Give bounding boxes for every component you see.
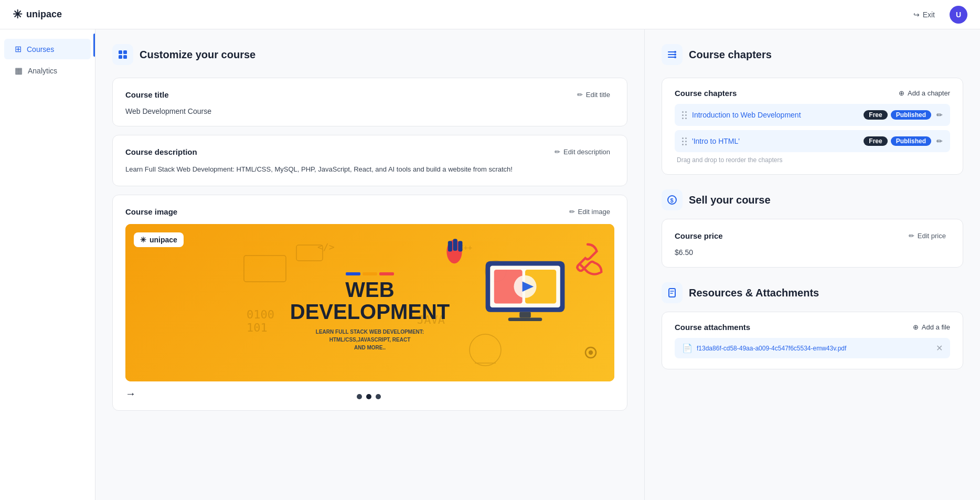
course-title-header: Course title ✏ Edit title [125,89,614,101]
price-label: Course price [675,231,723,240]
svg-rect-25 [448,241,452,251]
price-value: $6.50 [675,248,950,257]
svg-rect-1 [123,50,127,54]
plus-circle-icon: ⊕ [899,89,904,97]
edit-description-label: Edit description [563,148,610,156]
svg-rect-5 [296,245,323,261]
carousel-dot-3[interactable] [376,394,381,399]
sidebar-item-courses[interactable]: ⊞ Courses [4,39,91,59]
attachment-left-1: 📄 f13da86f-cd58-49aa-a009-4c547f6c5534-e… [682,343,846,353]
chapter-item-2[interactable]: 'Intro to HTML' Free Published ✏ [675,130,950,152]
exit-label: Exit [923,10,935,19]
course-image-bg: ✳ unipace 0100 101 JAVA [125,224,614,381]
carousel-arrow-left[interactable]: → [125,388,136,400]
topnav-right: ↪ Exit U [907,6,967,24]
bar-chart-icon: ▦ [15,66,23,76]
chapters-panel-title: Course chapters [689,49,772,61]
chapter-name-2: 'Intro to HTML' [692,137,740,145]
chapter-badges-1: Free Published ✏ [864,110,943,120]
logo-icon: ✳ [13,8,22,22]
attachment-name-1: f13da86f-cd58-49aa-a009-4c547f6c5534-emw… [697,345,846,352]
svg-rect-33 [669,289,675,297]
sell-panel-title: Sell your course [689,194,771,206]
active-indicator [93,34,95,57]
sidebar-item-label: Analytics [28,67,57,75]
add-file-button[interactable]: ⊕ Add a file [913,323,950,331]
price-card-header: Course price ✏ Edit price [675,230,950,242]
svg-text:0100: 0100 [247,308,274,321]
layout: ⊞ Courses ▦ Analytics Customize your cou… [0,29,980,500]
exit-button[interactable]: ↪ Exit [907,7,941,22]
chapters-icon [662,44,683,65]
drag-handle-1[interactable] [682,111,687,119]
pencil-icon: ✏ [577,91,583,99]
course-image-logo-text: unipace [150,236,177,244]
svg-point-30 [674,56,676,58]
customize-icon [112,44,133,65]
edit-image-button[interactable]: ✏ Edit image [565,206,614,218]
chapter-edit-icon-1[interactable]: ✏ [936,111,943,119]
avatar[interactable]: U [950,6,967,24]
add-file-label: Add a file [922,323,950,331]
chapters-card-header: Course chapters ⊕ Add a chapter [675,89,950,98]
logo-star-icon: ✳ [140,236,146,244]
attachments-label: Course attachments [675,323,750,332]
chapters-card-label: Course chapters [675,89,737,98]
edit-image-label: Edit image [578,208,610,216]
resources-panel-title: Resources & Attachments [689,287,819,299]
add-chapter-button[interactable]: ⊕ Add a chapter [899,89,950,97]
carousel-dot-2[interactable] [366,394,371,399]
logo-text: unipace [26,9,62,20]
sidebar: ⊞ Courses ▦ Analytics [0,29,95,500]
badge-free-1: Free [864,110,887,120]
svg-rect-26 [453,239,457,251]
course-description-card: Course description ✏ Edit description Le… [112,135,627,186]
left-panel: Customize your course Course title ✏ Edi… [95,29,644,500]
svg-text:$: $ [670,197,674,204]
svg-rect-4 [244,256,286,282]
svg-rect-0 [119,50,122,54]
left-panel-title: Customize your course [140,49,255,61]
image-title-line1: WEB [290,279,450,301]
edit-title-button[interactable]: ✏ Edit title [573,89,614,101]
course-title-card: Course title ✏ Edit title Web Developmen… [112,78,627,126]
carousel-dot-1[interactable] [357,394,362,399]
grid-icon: ⊞ [15,44,22,54]
main-content: Customize your course Course title ✏ Edi… [95,29,980,500]
course-description-label: Course description [125,147,197,156]
pencil-icon: ✏ [909,232,914,240]
edit-price-button[interactable]: ✏ Edit price [904,230,950,242]
drag-handle-2[interactable] [682,137,687,145]
edit-description-button[interactable]: ✏ Edit description [550,146,614,158]
chapter-item-1[interactable]: Introduction to Web Development Free Pub… [675,104,950,126]
sell-panel-header: $ Sell your course [662,189,963,210]
course-description-value: Learn Full Stack Web Development: HTML/C… [125,164,614,175]
badge-free-2: Free [864,136,887,146]
course-description-header: Course description ✏ Edit description [125,146,614,158]
attachment-remove-1[interactable]: ✕ [936,343,943,353]
svg-rect-2 [119,55,122,59]
svg-rect-27 [458,241,462,251]
chapter-edit-icon-2[interactable]: ✏ [936,137,943,145]
svg-point-9 [470,334,501,366]
course-image-container: ✳ unipace 0100 101 JAVA [125,224,614,381]
add-chapter-label: Add a chapter [908,89,950,97]
chapter-badges-2: Free Published ✏ [864,136,943,146]
course-image-logo: ✳ unipace [134,232,184,247]
topnav: ✳ unipace ↪ Exit U [0,0,980,29]
plus-circle-icon: ⊕ [913,323,919,331]
svg-text:101: 101 [247,321,268,334]
svg-rect-20 [519,312,531,317]
attachment-item-1: 📄 f13da86f-cd58-49aa-a009-4c547f6c5534-e… [675,338,950,358]
sidebar-item-label: Courses [27,45,54,54]
badge-published-1: Published [891,110,931,120]
resources-panel-header: Resources & Attachments [662,282,963,303]
edit-price-label: Edit price [918,232,946,240]
svg-point-29 [674,54,676,56]
badge-published-2: Published [891,136,931,146]
course-image-text: WEB DEVELOPMENT LEARN FULL STACK WEB DEV… [290,272,450,352]
sidebar-item-analytics[interactable]: ▦ Analytics [4,60,91,81]
left-panel-header: Customize your course [112,44,627,65]
drag-drop-hint: Drag and drop to reorder the chapters [677,156,950,164]
attachments-card-header: Course attachments ⊕ Add a file [675,323,950,332]
